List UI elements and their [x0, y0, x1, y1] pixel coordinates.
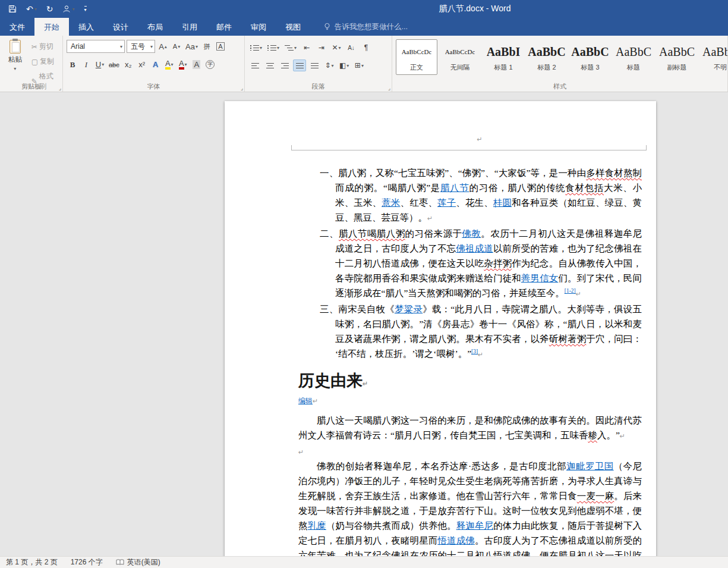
multilevel-list-icon: [285, 45, 294, 51]
increase-indent-button[interactable]: ⇥: [315, 42, 328, 54]
phonetic-guide-button[interactable]: 拼: [201, 40, 213, 53]
tab-layout[interactable]: 布局: [138, 18, 172, 36]
undo-icon[interactable]: ↶▾: [26, 4, 37, 14]
style-title[interactable]: AaBbC 标题: [613, 39, 654, 75]
distribute-button[interactable]: [308, 59, 321, 71]
underline-button[interactable]: U▾: [94, 58, 106, 71]
customize-qat-icon[interactable]: ▾: [84, 6, 87, 12]
decrease-indent-button[interactable]: ⇤: [300, 42, 313, 54]
bold-button[interactable]: B: [67, 58, 78, 71]
font-name-combo[interactable]: Arial▾: [67, 40, 125, 53]
lightbulb-icon: [323, 23, 331, 31]
strikethrough-button[interactable]: abc: [108, 58, 121, 71]
text-effects-button[interactable]: A: [150, 58, 162, 71]
asian-layout-icon: ✕: [332, 43, 338, 52]
style-normal[interactable]: AaBbCcDc 正文: [396, 39, 437, 75]
align-right-button[interactable]: [278, 59, 291, 71]
enclose-characters-button[interactable]: 字: [204, 58, 216, 71]
numbering-button[interactable]: ▾: [266, 42, 281, 54]
paragraph-group: ▾ ▾ ▾ ⇤ ⇥ ✕▾ A↓ ¶ ⇕▾ ◧▾ ⊞▾ 段落 ⌟: [245, 36, 392, 92]
justify-button[interactable]: [293, 59, 306, 71]
shrink-font-button[interactable]: A▾: [171, 40, 182, 53]
subscript-button[interactable]: x₂: [122, 58, 134, 71]
list-marker: 一、: [320, 168, 338, 178]
superscript-button[interactable]: x²: [136, 58, 148, 71]
align-center-icon: [266, 63, 274, 68]
style-heading-1[interactable]: AaBbI 标题 1: [483, 39, 524, 75]
style-no-spacing[interactable]: AaBbCcDc 无间隔: [439, 39, 481, 75]
doc-link[interactable]: 释迦牟尼: [456, 520, 494, 531]
doc-link[interactable]: 梦粱录: [395, 304, 423, 314]
font-size-combo[interactable]: 五号▾: [127, 40, 155, 53]
doc-link[interactable]: 迦毗罗卫国: [566, 461, 614, 471]
tab-design[interactable]: 设计: [103, 18, 138, 36]
character-shading-button[interactable]: A: [191, 58, 203, 71]
document-content[interactable]: 一、腊八粥，又称“七宝五味粥”、“佛粥”、“大家饭”等，是一种由多样食材熬制而成…: [298, 165, 642, 556]
save-icon[interactable]: [8, 5, 17, 13]
character-border-button[interactable]: A: [215, 40, 226, 53]
tab-file[interactable]: 文件: [0, 18, 34, 36]
asian-layout-button[interactable]: ✕▾: [330, 42, 343, 54]
tab-references[interactable]: 引用: [172, 18, 207, 36]
grow-font-button[interactable]: A▴: [157, 40, 169, 53]
show-marks-button[interactable]: ¶: [360, 42, 373, 54]
align-left-button[interactable]: [248, 59, 261, 71]
page-number-indicator[interactable]: 第 1 页，共 2 页: [6, 557, 58, 567]
doc-list-item: 三、南宋吴自牧《梦粱录》载：“此月八日，寺院谓之腊八。大刹等寺，俱设五味粥，名曰…: [298, 302, 642, 362]
doc-text: 一麦一麻: [577, 491, 614, 501]
doc-link[interactable]: 编辑: [298, 397, 313, 405]
distribute-icon: [311, 63, 319, 68]
shading-button[interactable]: ◧▾: [338, 59, 351, 71]
doc-link[interactable]: 佛祖成道: [456, 243, 493, 253]
tab-mailings[interactable]: 邮件: [207, 18, 241, 36]
redo-icon[interactable]: ↻: [46, 4, 53, 14]
doc-link[interactable]: 桂圆: [493, 197, 512, 208]
cut-button[interactable]: ✂剪切: [29, 40, 59, 54]
highlight-color-button[interactable]: A▾: [163, 58, 175, 71]
paragraph-mark: ↵: [363, 380, 368, 387]
doc-link[interactable]: [1-2]: [565, 288, 576, 294]
doc-link[interactable]: 善男信女: [521, 273, 559, 283]
doc-link[interactable]: 佛教: [462, 228, 481, 239]
tab-view[interactable]: 视图: [276, 18, 310, 36]
doc-link[interactable]: 莲子: [437, 197, 456, 208]
account-icon[interactable]: ▾: [62, 5, 74, 13]
doc-link[interactable]: 悟道成佛: [437, 535, 475, 545]
sort-icon: A↓: [348, 45, 355, 51]
word-count-indicator[interactable]: 1726 个字: [71, 557, 103, 567]
paragraph-dialog-launcher-icon[interactable]: ⌟: [388, 85, 390, 91]
align-center-button[interactable]: [263, 59, 276, 71]
change-case-button[interactable]: Aa▾: [184, 40, 199, 53]
paste-dropdown-icon[interactable]: ▾: [14, 66, 16, 71]
clipboard-dialog-launcher-icon[interactable]: ⌟: [59, 85, 61, 91]
doc-link[interactable]: 腊八节: [440, 183, 469, 193]
doc-heading-text: 历史由来: [298, 372, 363, 390]
style-heading-3[interactable]: AaBbC 标题 3: [569, 39, 611, 75]
doc-link[interactable]: 乳糜: [308, 520, 326, 531]
tell-me-box[interactable]: 告诉我您想要做什么...: [323, 18, 408, 36]
doc-link[interactable]: [3]: [471, 349, 478, 354]
proofing-status[interactable]: 英语(美国): [116, 557, 160, 567]
style-subtle-emphasis[interactable]: AaBbC 不明: [699, 39, 728, 75]
style-subtitle[interactable]: AaBbC 副标题: [656, 39, 698, 75]
style-heading-2[interactable]: AaBbC 标题 2: [526, 39, 568, 75]
bullets-button[interactable]: ▾: [248, 42, 264, 54]
doc-text: 的习俗，腊八粥的传统: [469, 183, 565, 193]
tab-insert[interactable]: 插入: [69, 18, 103, 36]
borders-icon: ⊞: [355, 61, 361, 70]
doc-link[interactable]: 薏米: [382, 197, 400, 208]
line-spacing-button[interactable]: ⇕▾: [323, 59, 336, 71]
font-color-button[interactable]: A▾: [177, 58, 189, 71]
tab-home[interactable]: 开始: [34, 18, 69, 36]
shrink-arrow-icon: ▾: [178, 44, 180, 49]
clipboard-group-label: 剪贴板: [0, 82, 62, 91]
copy-button[interactable]: ▢复制: [29, 55, 59, 68]
multilevel-list-button[interactable]: ▾: [283, 42, 298, 54]
title-bar: ↶▾ ↻ ▾ ▾ 腊八节.docx - Word: [0, 0, 728, 18]
styles-group-label: 样式: [392, 82, 727, 91]
borders-button[interactable]: ⊞▾: [352, 59, 365, 71]
italic-button[interactable]: I: [80, 58, 92, 71]
tab-review[interactable]: 审阅: [241, 18, 276, 36]
sort-button[interactable]: A↓: [345, 42, 358, 54]
font-dialog-launcher-icon[interactable]: ⌟: [241, 85, 243, 91]
